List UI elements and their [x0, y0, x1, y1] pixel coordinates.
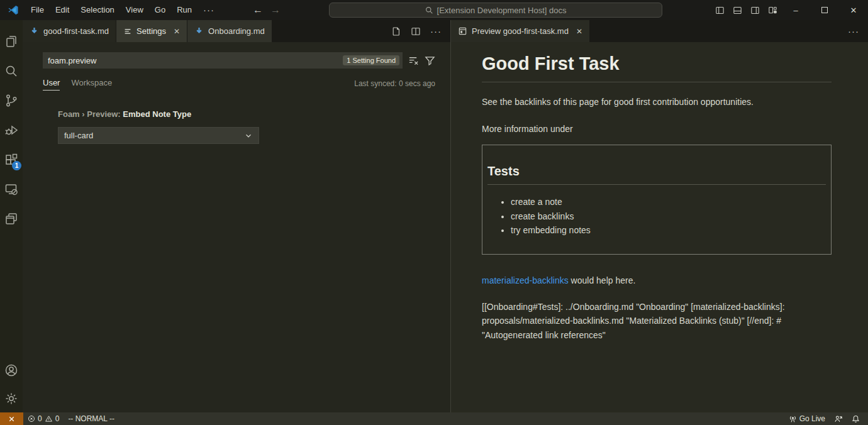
explorer-icon[interactable] [0, 26, 23, 56]
command-center-search[interactable]: [Extension Development Host] docs [329, 3, 662, 18]
warning-icon [45, 415, 53, 422]
warning-count: 0 [55, 414, 60, 423]
markdown-file-icon [30, 26, 39, 36]
menu-more-icon[interactable]: ··· [198, 0, 220, 20]
nav-forward-icon: → [270, 4, 281, 16]
markdown-preview-icon [458, 26, 467, 36]
chevron-down-icon [244, 131, 253, 140]
maximize-icon [821, 7, 828, 13]
settings-count-badge: 1 Setting Found [343, 55, 399, 65]
menu-selection[interactable]: Selection [75, 0, 120, 20]
preview-paragraph: More information under [482, 124, 832, 134]
nav-back-icon[interactable]: ← [253, 4, 263, 16]
menu-view[interactable]: View [120, 0, 149, 20]
menu-run[interactable]: Run [171, 0, 198, 20]
markdown-preview: Good First Task See the backlinks of thi… [451, 42, 868, 342]
account-icon[interactable] [0, 355, 23, 385]
list-item: create backlinks [511, 209, 826, 224]
scope-tab-user[interactable]: User [43, 78, 60, 91]
error-icon [28, 415, 35, 422]
editor-actions-more-icon[interactable]: ··· [848, 26, 859, 36]
title-bar: File Edit Selection View Go Run ··· ← → … [0, 0, 868, 20]
windows-view-icon[interactable] [0, 204, 23, 233]
extensions-icon[interactable]: 1 [0, 145, 23, 174]
search-view-icon[interactable] [0, 56, 23, 86]
tab-onboarding[interactable]: Onboarding.md [187, 20, 272, 42]
manage-gear-icon[interactable] [0, 385, 23, 412]
menu-file[interactable]: File [25, 0, 50, 20]
split-editor-icon[interactable] [411, 26, 421, 36]
broadcast-icon [789, 415, 797, 423]
tab-label: Onboarding.md [208, 26, 265, 36]
settings-editor-icon [123, 27, 132, 36]
toggle-panel-icon[interactable] [728, 1, 746, 19]
search-icon [425, 6, 433, 14]
maximize-button[interactable] [810, 0, 839, 20]
setting-item-embed-note-type: Foam › Preview: Embed Note Type full-car… [43, 109, 435, 144]
menu-go[interactable]: Go [149, 0, 171, 20]
embed-note-type-select[interactable]: full-card [58, 127, 259, 144]
setting-category: Foam › Preview: [58, 109, 123, 119]
link-suffix-text: would help here. [569, 275, 636, 285]
preview-paragraph: materialized-backlinks would help here. [482, 275, 832, 285]
tab-label: Preview good-first-task.md [472, 26, 569, 36]
filter-settings-icon[interactable] [425, 55, 435, 66]
tab-settings[interactable]: Settings ✕ [116, 20, 187, 42]
link-references-text: [[Onboarding#Tests]: ../Onboarding.md "O… [482, 300, 832, 343]
extensions-badge: 1 [12, 161, 21, 170]
settings-search-field[interactable] [48, 56, 343, 65]
vscode-logo-icon [8, 4, 19, 16]
embedded-note-title: Tests [487, 164, 826, 185]
list-item: create a note [511, 195, 826, 209]
markdown-file-icon [194, 26, 204, 36]
remote-icon [8, 415, 16, 423]
setting-title: Foam › Preview: Embed Note Type [58, 109, 435, 119]
editor-group-right: Preview good-first-task.md ✕ ··· Good Fi… [450, 20, 868, 412]
tab-label: Settings [136, 26, 166, 36]
customize-layout-icon[interactable] [764, 1, 781, 19]
source-control-icon[interactable] [0, 86, 23, 115]
toggle-secondary-sidebar-icon[interactable] [746, 1, 764, 19]
live-share-button[interactable] [830, 415, 847, 423]
go-live-label: Go Live [799, 414, 825, 423]
last-synced-label: Last synced: 0 secs ago [354, 79, 435, 91]
settings-editor: 1 Setting Found User Wor [23, 42, 450, 144]
settings-search-input[interactable]: 1 Setting Found [43, 52, 403, 69]
editor-actions-more-icon[interactable]: ··· [430, 26, 442, 36]
problems-indicator[interactable]: 0 0 [23, 412, 64, 425]
select-value: full-card [64, 131, 93, 140]
go-live-button[interactable]: Go Live [784, 414, 830, 423]
right-tab-bar: Preview good-first-task.md ✕ ··· [451, 20, 868, 42]
scope-tab-workspace[interactable]: Workspace [71, 78, 112, 91]
tab-label: good-first-task.md [43, 26, 109, 36]
remote-explorer-icon[interactable] [0, 174, 23, 204]
run-debug-icon[interactable] [0, 115, 23, 145]
setting-name: Embed Note Type [123, 109, 191, 119]
list-item: try embedding notes [511, 223, 826, 238]
open-settings-json-icon[interactable] [391, 26, 401, 36]
menu-edit[interactable]: Edit [50, 0, 75, 20]
minimize-button[interactable]: – [781, 0, 810, 20]
vim-mode-indicator[interactable]: -- NORMAL -- [64, 412, 119, 425]
tab-good-first-task[interactable]: good-first-task.md [23, 20, 116, 42]
left-tab-bar: good-first-task.md Settings ✕ Onboarding… [23, 20, 450, 42]
error-count: 0 [38, 414, 42, 423]
materialized-backlinks-link[interactable]: materialized-backlinks [482, 275, 569, 285]
bell-icon [852, 415, 860, 423]
command-center-label: [Extension Development Host] docs [437, 6, 567, 15]
status-bar: 0 0 -- NORMAL -- Go Live [0, 412, 868, 425]
preview-paragraph: See the backlinks of this page for good … [482, 96, 832, 108]
preview-title: Good First Task [482, 53, 832, 82]
close-tab-icon[interactable]: ✕ [174, 27, 180, 36]
vscode-window: File Edit Selection View Go Run ··· ← → … [0, 0, 868, 425]
clear-settings-search-icon[interactable] [408, 55, 419, 66]
toggle-primary-sidebar-icon[interactable] [711, 1, 728, 19]
tab-preview-good-first-task[interactable]: Preview good-first-task.md ✕ [451, 20, 589, 42]
close-window-button[interactable]: ✕ [839, 0, 868, 20]
editor-group-left: good-first-task.md Settings ✕ Onboarding… [23, 20, 450, 412]
share-person-icon [834, 415, 843, 423]
notifications-button[interactable] [847, 415, 864, 423]
remote-indicator[interactable] [0, 412, 23, 425]
close-tab-icon[interactable]: ✕ [576, 27, 582, 36]
embedded-note-list: create a note create backlinks try embed… [487, 195, 826, 238]
